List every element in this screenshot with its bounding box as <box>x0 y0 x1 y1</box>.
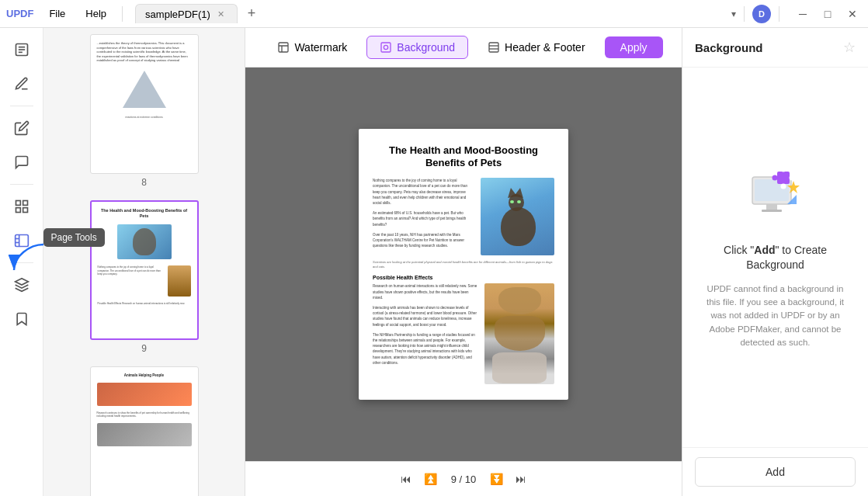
next-page-button[interactable]: ⏬ <box>485 468 507 490</box>
thumb10-text: Research continues to show the benefits … <box>97 411 192 418</box>
svg-marker-12 <box>15 279 28 285</box>
sidebar-item-bookmark[interactable] <box>6 303 37 335</box>
svg-rect-8 <box>15 235 28 247</box>
new-tab-button[interactable]: + <box>241 3 262 25</box>
thumb9-title: The Health and Mood-Boosting Benefits of… <box>98 208 191 218</box>
prev-page-button[interactable]: ⏫ <box>420 468 442 490</box>
thumbnail-panel: ...establishes the theory of thermodynam… <box>43 28 245 496</box>
list-item: ...establishes the theory of thermodynam… <box>50 34 238 188</box>
bookmark-icon[interactable] <box>6 303 37 335</box>
menu-file[interactable]: File <box>40 5 75 23</box>
pdf-dogs-image <box>484 283 554 384</box>
menu-help[interactable]: Help <box>76 5 116 23</box>
thumb9-cat-img <box>117 224 172 259</box>
thumb9-col-text: Nothing compares to the joy of coming ho… <box>98 265 165 297</box>
pdf-page: The Health and Mood-BoostingBenefits of … <box>359 129 568 401</box>
pdf-scroll-area[interactable]: The Health and Mood-BoostingBenefits of … <box>245 68 682 461</box>
thumb9-dog-img <box>168 265 191 297</box>
pdf-navigation: ⏮ ⏫ 9 / 10 ⏬ ⏭ <box>245 461 682 496</box>
illustration-svg <box>745 165 807 227</box>
sidebar-divider-2 <box>10 184 33 185</box>
thumbnail-page-9[interactable]: The Health and Mood-Boosting Benefits of… <box>90 200 199 340</box>
background-label: Background <box>397 41 455 54</box>
tab-area: samplePDF(1) ✕ + <box>135 3 430 25</box>
sidebar-item-organize[interactable] <box>6 191 37 222</box>
titlebar: UPDF File Help samplePDF(1) ✕ + ▾ D ─ □ … <box>0 0 868 28</box>
sidebar-item-layers[interactable] <box>6 269 37 300</box>
pdf-page-title: The Health and Mood-BoostingBenefits of … <box>373 144 554 171</box>
svg-point-27 <box>780 166 786 172</box>
sidebar-item-comment[interactable] <box>6 147 37 178</box>
thumbnail-page-8[interactable]: ...establishes the theory of thermodynam… <box>90 34 199 174</box>
pdf-intro-text: Nothing compares to the joy of coming ho… <box>373 178 474 255</box>
minimize-button[interactable]: ─ <box>793 5 812 23</box>
thumb8-text: ...establishes the theory of thermodynam… <box>97 41 192 63</box>
read-icon[interactable] <box>6 34 37 65</box>
header-footer-button[interactable]: Header & Footer <box>474 36 599 59</box>
sidebar-item-edit[interactable] <box>6 113 37 144</box>
tab-samplepdf[interactable]: samplePDF(1) ✕ <box>135 4 238 23</box>
thumb10-bottom-img <box>97 423 192 446</box>
list-item: Animals Helping People Research continue… <box>50 366 238 496</box>
pdf-cat-image <box>481 178 554 255</box>
page-indicator: 9 / 10 <box>445 473 483 485</box>
svg-point-25 <box>780 183 786 189</box>
thumb-inner-8: ...establishes the theory of thermodynam… <box>91 35 198 173</box>
sidebar-item-page-tools[interactable]: Page Tools <box>6 225 37 256</box>
thumb10-title: Animals Helping People <box>124 373 164 377</box>
pdf-section-para-3: The NIHMars Partnership is funding a ran… <box>373 332 478 366</box>
pdf-toolbar: Watermark Background Header & Footer App… <box>245 28 682 68</box>
layers-icon[interactable] <box>6 269 37 300</box>
thumbnail-num-9: 9 <box>141 343 147 354</box>
tab-close-button[interactable]: ✕ <box>215 8 227 20</box>
last-page-button[interactable]: ⏭ <box>510 468 532 490</box>
close-button[interactable]: ✕ <box>843 5 862 23</box>
main-content: Page Tools ...establishes the theory of … <box>0 28 868 496</box>
pdf-para-1: Nothing compares to the joy of coming ho… <box>373 178 474 206</box>
chevron-down-icon[interactable]: ▾ <box>731 9 736 19</box>
thumbnail-num-8: 8 <box>141 177 147 188</box>
thumb9-more-text: Possible Health Effects Research on huma… <box>98 302 191 305</box>
maximize-button[interactable]: □ <box>818 5 837 23</box>
sidebar: Page Tools <box>0 28 43 496</box>
thumb8-sub-text: reactions at extreme conditions <box>125 116 162 119</box>
sidebar-item-highlight[interactable] <box>6 68 37 99</box>
edit-icon[interactable] <box>6 113 37 144</box>
comment-icon[interactable] <box>6 147 37 178</box>
thumb9-two-col: Nothing compares to the joy of coming ho… <box>98 265 191 297</box>
organize-icon[interactable] <box>6 191 37 222</box>
right-panel-footer: Add <box>682 447 868 496</box>
watermark-button[interactable]: Watermark <box>264 36 360 59</box>
apply-button[interactable]: Apply <box>605 36 663 58</box>
app-logo: UPDF <box>6 8 33 19</box>
no-background-illustration <box>745 165 807 227</box>
avatar[interactable]: D <box>752 5 771 23</box>
header-footer-label: Header & Footer <box>505 41 585 54</box>
background-button[interactable]: Background <box>366 36 468 59</box>
cat-silhouette <box>495 188 541 246</box>
pdf-para-3: Over the past 10 years, NIH has partnere… <box>373 232 474 249</box>
svg-rect-7 <box>23 208 27 213</box>
svg-rect-22 <box>762 210 782 212</box>
page-tools-icon[interactable] <box>6 225 37 256</box>
highlight-icon[interactable] <box>6 68 37 99</box>
svg-point-24 <box>772 175 777 180</box>
pdf-section-title: Possible Health Effects <box>373 275 554 280</box>
sidebar-divider-1 <box>10 106 33 106</box>
menu-bar: File Help <box>40 5 116 23</box>
window-controls: ─ □ ✕ <box>793 5 862 23</box>
pdf-area: Watermark Background Header & Footer App… <box>245 28 682 496</box>
svg-rect-21 <box>766 204 777 210</box>
pdf-dog-img <box>484 283 554 384</box>
first-page-button[interactable]: ⏮ <box>395 468 417 490</box>
right-panel: Background ☆ <box>682 28 868 496</box>
svg-rect-16 <box>489 43 498 52</box>
thumb-inner-9: The Health and Mood-Boosting Benefits of… <box>92 202 197 338</box>
add-background-button[interactable]: Add <box>695 457 856 487</box>
right-panel-title: Background <box>695 41 763 54</box>
svg-rect-4 <box>16 201 20 206</box>
thumbnail-page-10[interactable]: Animals Helping People Research continue… <box>90 366 199 496</box>
add-text-before: Click " <box>724 244 754 256</box>
sidebar-item-read[interactable] <box>6 34 37 65</box>
favorite-star-icon[interactable]: ☆ <box>843 39 856 56</box>
